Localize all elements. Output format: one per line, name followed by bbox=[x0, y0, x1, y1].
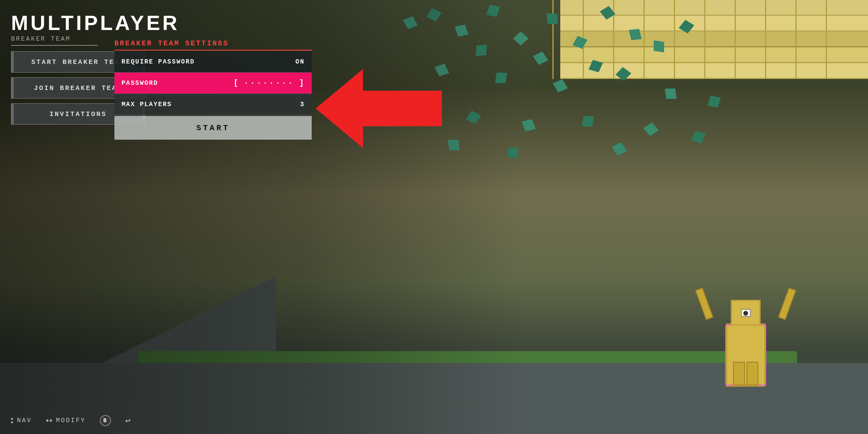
password-dots: ········ bbox=[244, 79, 294, 88]
require-password-value: ON bbox=[296, 58, 305, 65]
bottom-bar: NAV MODIFY B ↩ bbox=[11, 415, 132, 426]
password-value: [ ········ ] bbox=[234, 79, 305, 88]
require-password-row[interactable]: REQUIRE PASSWORD ON bbox=[114, 51, 312, 73]
back-arrow-icon: ↩ bbox=[125, 415, 131, 426]
nav-control: NAV bbox=[11, 417, 32, 424]
ui-layer: MULTIPLAYER BREAKER TEAM START BREAKER T… bbox=[0, 0, 868, 434]
modify-label: MODIFY bbox=[56, 417, 86, 424]
modify-control: MODIFY bbox=[46, 417, 86, 424]
modify-icon bbox=[46, 419, 52, 422]
bracket-left: [ bbox=[234, 79, 239, 88]
start-button[interactable]: START bbox=[115, 117, 311, 139]
app-title: MULTIPLAYER bbox=[11, 11, 180, 35]
nav-label: NAV bbox=[17, 417, 32, 424]
back-control[interactable]: ↩ bbox=[125, 415, 131, 426]
max-players-row[interactable]: MAX PLAYERS 3 bbox=[114, 94, 312, 115]
header-divider bbox=[11, 45, 98, 46]
settings-panel: BREAKER TEAM SETTINGS REQUIRE PASSWORD O… bbox=[114, 39, 312, 140]
require-password-label: REQUIRE PASSWORD bbox=[122, 58, 195, 65]
bracket-right: ] bbox=[299, 79, 305, 88]
max-players-label: MAX PLAYERS bbox=[122, 101, 172, 108]
password-row[interactable]: PASSWORD [ ········ ] bbox=[114, 73, 312, 94]
password-label: PASSWORD bbox=[122, 80, 158, 87]
b-icon: B bbox=[100, 415, 111, 426]
panel-title: BREAKER TEAM SETTINGS bbox=[114, 39, 312, 51]
start-button-container: START bbox=[114, 116, 312, 140]
max-players-value: 3 bbox=[300, 101, 305, 108]
nav-icon bbox=[11, 418, 13, 423]
b-control: B bbox=[100, 415, 111, 426]
